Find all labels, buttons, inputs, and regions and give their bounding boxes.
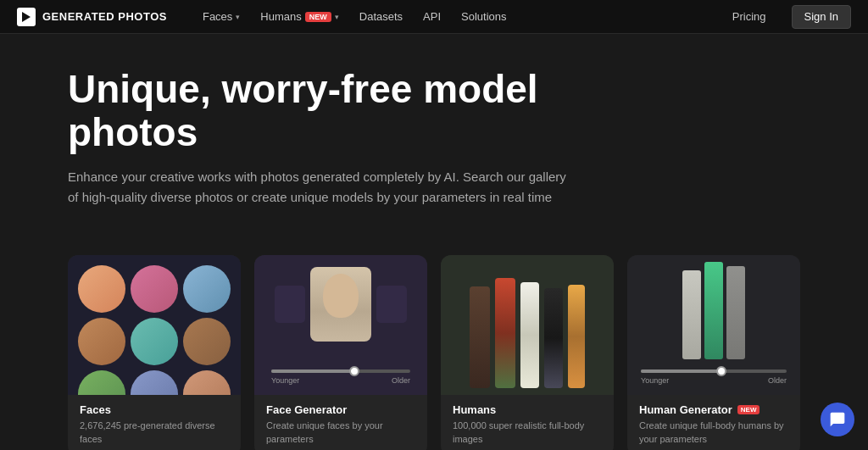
face-gen-inner: Younger Older	[254, 255, 427, 395]
human-gen-badge: New	[737, 405, 760, 414]
humans-card[interactable]: Humans 100,000 super realistic full-body…	[441, 255, 614, 450]
nav-right: Pricing Sign In	[724, 0, 851, 34]
human-figure-4	[544, 288, 563, 388]
humans-new-badge: New	[305, 12, 331, 22]
face-generator-image: Younger Older	[254, 255, 427, 395]
navigation: GENERATED PHOTOS Faces ▾ Humans New ▾ Da…	[0, 0, 868, 34]
age-younger-label: Younger	[271, 376, 299, 385]
age-slider-thumb[interactable]	[349, 366, 359, 376]
human-gen-card-title: Human Generator New	[639, 403, 788, 416]
humans-card-image	[441, 255, 614, 395]
human-figure-2	[495, 278, 515, 388]
humans-chevron-icon: ▾	[335, 13, 339, 21]
face-placeholder	[310, 267, 371, 342]
humans-card-info: Humans 100,000 super realistic full-body…	[441, 395, 614, 450]
logo-icon	[17, 8, 36, 26]
thumb-main	[310, 267, 371, 342]
human-gen-figures	[634, 258, 793, 359]
faces-card[interactable]: Faces 2,676,245 pre-generated diverse fa…	[68, 255, 241, 450]
nav-item-api[interactable]: API	[415, 0, 449, 34]
avatar-4	[78, 318, 125, 365]
avatar-6	[183, 318, 231, 365]
face-head	[323, 274, 359, 318]
humans-figures	[441, 255, 614, 395]
hg-younger-label: Younger	[641, 376, 669, 385]
faces-card-title: Faces	[80, 403, 229, 416]
age-slider-container: Younger Older	[264, 366, 417, 385]
avatar-7	[78, 370, 125, 395]
logo-text: GENERATED PHOTOS	[42, 10, 167, 23]
faces-card-desc: 2,676,245 pre-generated diverse faces	[80, 419, 229, 446]
faces-grid	[68, 255, 241, 395]
pricing-link[interactable]: Pricing	[724, 0, 775, 34]
face-gen-card-desc: Create unique faces by your parameters	[266, 419, 415, 446]
nav-links: Faces ▾ Humans New ▾ Datasets API Soluti…	[194, 0, 724, 34]
avatar-9	[183, 370, 231, 395]
avatar-5	[131, 318, 178, 365]
hg-slider-thumb[interactable]	[716, 366, 726, 376]
face-gen-thumbnails	[264, 267, 417, 342]
human-figure-1	[470, 286, 490, 388]
face-generator-card[interactable]: Younger Older Face Generator Create uniq…	[254, 255, 427, 450]
hg-slider-labels: Younger Older	[641, 376, 787, 385]
faces-chevron-icon: ▾	[236, 13, 240, 21]
chat-bubble[interactable]	[821, 403, 854, 436]
human-gen-image: Younger Older	[627, 255, 800, 395]
chat-icon	[829, 411, 846, 428]
logo[interactable]: GENERATED PHOTOS	[17, 8, 167, 26]
human-gen-content: Younger Older	[634, 258, 793, 388]
svg-marker-0	[22, 12, 31, 22]
solutions-label: Solutions	[461, 10, 506, 23]
humans-card-title: Humans	[453, 403, 602, 416]
hg-figure-1	[682, 270, 701, 359]
hero-title: Unique, worry-free model photos	[68, 68, 593, 153]
age-older-label: Older	[392, 376, 410, 385]
faces-label: Faces	[203, 10, 232, 23]
cards-row: Faces 2,676,245 pre-generated diverse fa…	[0, 255, 868, 450]
api-label: API	[423, 10, 441, 23]
hero-section: Unique, worry-free model photos Enhance …	[0, 34, 868, 255]
faces-card-info: Faces 2,676,245 pre-generated diverse fa…	[68, 395, 241, 450]
human-figure-5	[568, 285, 585, 388]
nav-item-solutions[interactable]: Solutions	[453, 0, 515, 34]
hg-figure-3	[726, 266, 745, 359]
human-gen-card-info: Human Generator New Create unique full-b…	[627, 395, 800, 450]
face-gen-card-info: Face Generator Create unique faces by yo…	[254, 395, 427, 450]
hero-subtitle: Enhance your creative works with photos …	[68, 167, 576, 208]
avatar-1	[78, 265, 125, 313]
faces-card-image	[68, 255, 241, 395]
hg-slider-fill	[641, 369, 721, 373]
thumb-small-1	[275, 286, 305, 323]
humans-label: Humans	[260, 10, 301, 23]
human-gen-inner: Younger Older	[627, 255, 800, 395]
human-generator-card[interactable]: Younger Older Human Generator New Create…	[627, 255, 800, 450]
human-figure-3	[520, 282, 539, 388]
avatar-8	[131, 370, 178, 395]
hg-age-slider-container: Younger Older	[634, 366, 793, 385]
human-gen-card-desc: Create unique full-body humans by your p…	[639, 419, 788, 446]
nav-item-faces[interactable]: Faces ▾	[194, 0, 248, 34]
signin-button[interactable]: Sign In	[792, 5, 851, 29]
hg-figure-2	[704, 262, 723, 359]
datasets-label: Datasets	[359, 10, 403, 23]
pricing-label: Pricing	[732, 10, 766, 23]
avatar-3	[183, 265, 231, 313]
nav-item-datasets[interactable]: Datasets	[351, 0, 411, 34]
hg-slider-track	[641, 369, 787, 373]
humans-card-desc: 100,000 super realistic full-body images	[453, 419, 602, 446]
age-slider-fill	[271, 369, 354, 373]
age-slider-track	[271, 369, 410, 373]
age-slider-labels: Younger Older	[271, 376, 410, 385]
face-gen-card-title: Face Generator	[266, 403, 415, 416]
nav-item-humans[interactable]: Humans New ▾	[252, 0, 347, 34]
thumb-small-2	[376, 286, 407, 323]
hg-older-label: Older	[768, 376, 787, 385]
avatar-2	[131, 265, 178, 313]
